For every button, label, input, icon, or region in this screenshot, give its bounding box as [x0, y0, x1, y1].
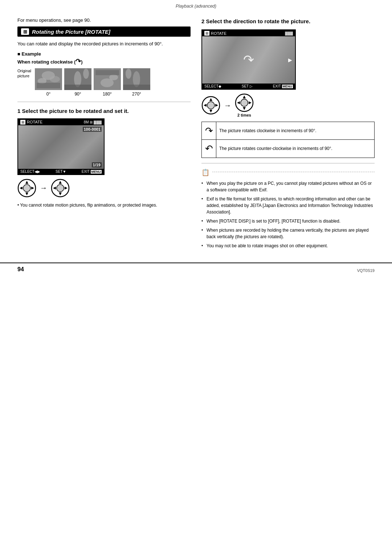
screen2-exit: EXIT	[273, 84, 281, 88]
screen2-menu: MENU	[282, 85, 293, 88]
svg-point-3	[50, 76, 60, 82]
svg-marker-37	[243, 95, 246, 98]
svg-point-7	[83, 69, 89, 79]
note-dashes	[212, 172, 375, 172]
svg-point-36	[241, 99, 248, 106]
screen1-exit-group: EXIT MENU	[82, 170, 102, 174]
list-item: When you play the picture on a PC, you c…	[201, 180, 375, 193]
direction-indicator: ▶	[288, 57, 292, 63]
list-item: You may not be able to rotate images sho…	[201, 243, 375, 249]
svg-marker-21	[20, 187, 23, 190]
model-number: VQT0S19	[357, 268, 375, 273]
svg-point-15	[126, 69, 131, 79]
note-bullet-list: When you play the picture on a PC, you c…	[201, 180, 375, 249]
dpad-4	[235, 93, 254, 112]
screen2-exit-group: EXIT MENU	[273, 84, 293, 88]
screen2-rotate-icon: ⊞	[204, 31, 209, 36]
page-footer: 94 VQT0S19	[0, 263, 392, 276]
page-header: Playback (advanced)	[0, 0, 392, 11]
rotate-overlay-arrow: ↷	[243, 52, 254, 68]
ccw-arrow: ↶	[202, 140, 216, 158]
screen2-footer: SELECT◆ SET ▷ EXIT MENU	[202, 84, 295, 89]
table-row: ↶ The picture rotates counter-clockwise …	[202, 140, 375, 158]
screen1-title: ROTATE	[27, 120, 42, 124]
times-label: 2 times	[237, 113, 251, 117]
original-label: Original picture	[17, 68, 33, 79]
rotate-info-table: ↷ The picture rotates clockwise in incre…	[201, 122, 375, 158]
svg-marker-39	[237, 101, 240, 104]
thumb-270deg	[123, 68, 150, 90]
svg-point-18	[23, 184, 30, 192]
nav-buttons-row-2: → 2 times	[201, 93, 375, 117]
pictures-row-wrapper: Original picture	[17, 68, 191, 90]
section-title: Rotating the Picture [ROTATE]	[32, 29, 110, 35]
table-row: ↷ The picture rotates clockwise in incre…	[202, 122, 375, 140]
example-subheading: When rotating clockwise (↷)	[17, 57, 191, 65]
screen1-overlay-code: 100-0001	[83, 127, 102, 132]
nav-buttons-row-1: →	[17, 179, 191, 198]
svg-marker-34	[215, 104, 218, 107]
svg-marker-31	[209, 98, 212, 101]
screen1-rotate-icon: ⊞	[20, 120, 25, 125]
screen1-icon: ⊞ ROTATE	[20, 120, 42, 125]
degrees-row: 0° 90° 180° 270°	[35, 92, 191, 97]
svg-marker-26	[59, 192, 62, 195]
svg-marker-33	[204, 104, 207, 107]
screen2-icon-group: ⊞ ROTATE	[204, 31, 226, 36]
degree-270: 270°	[123, 92, 150, 97]
svg-rect-4	[37, 83, 60, 88]
step1-heading: 1 Select the picture to be rotated and s…	[17, 107, 191, 115]
screen2-select: SELECT◆	[204, 84, 221, 88]
svg-rect-12	[95, 70, 119, 75]
example-label: Example	[17, 51, 191, 57]
step1-bullet: You cannot rotate motion pictures, flip …	[17, 202, 191, 208]
rotate-icon: ⊞	[21, 28, 29, 35]
screen2-set: SET ▷	[242, 84, 253, 88]
dpad-1	[17, 179, 36, 198]
cw-arrow: ↷	[202, 122, 216, 140]
step2-heading: 2 Select the direction to rotate the pic…	[201, 17, 375, 25]
svg-marker-32	[209, 110, 212, 113]
pictures-row	[35, 68, 150, 90]
svg-marker-20	[25, 192, 28, 195]
dpad-2	[51, 179, 70, 198]
list-item: When [ROTATE DISP.] is set to [OFF], [RO…	[201, 218, 375, 224]
divider-2	[201, 163, 375, 163]
svg-marker-38	[243, 107, 246, 110]
thumb-90deg	[64, 68, 91, 90]
screen1-exit: EXIT	[82, 170, 90, 174]
divider-1	[17, 102, 191, 102]
svg-rect-16	[123, 85, 150, 90]
page-number: 94	[17, 266, 24, 273]
svg-point-11	[109, 74, 118, 80]
svg-marker-27	[53, 187, 56, 190]
screen1-header-right: 8M ⊞ ▓▓▓	[84, 120, 102, 124]
screen1-image: 100-0001 1/19	[18, 125, 104, 169]
screen-mockup-1: ⊞ ROTATE 8M ⊞ ▓▓▓ 100-0001 1/19 SELECT◀▶…	[17, 118, 105, 175]
left-column: For menu operations, see page 90. ⊞ Rota…	[17, 17, 191, 252]
section-title-box: ⊞ Rotating the Picture [ROTATE]	[17, 27, 191, 37]
degree-0: 0°	[35, 92, 62, 97]
svg-rect-8	[64, 85, 91, 90]
svg-marker-22	[31, 187, 34, 190]
svg-marker-25	[59, 181, 62, 184]
screen2-header-right: ▓▓▓	[285, 31, 293, 35]
screen1-header: ⊞ ROTATE 8M ⊞ ▓▓▓	[18, 119, 104, 125]
list-item: Exif is the file format for still pictur…	[201, 196, 375, 215]
thumb-180deg	[94, 68, 121, 90]
svg-point-30	[207, 102, 215, 109]
intro-text: You can rotate and display the recorded …	[17, 40, 191, 48]
dpad-4-group: 2 times	[235, 93, 254, 117]
svg-marker-28	[65, 187, 68, 190]
arrow-right-2: →	[224, 101, 231, 110]
screen2-header: ⊞ ROTATE ▓▓▓	[202, 30, 295, 36]
cw-text: The picture rotates clockwise in increme…	[216, 122, 375, 140]
dpad-3	[201, 96, 220, 115]
screen1-footer: SELECT◀▶ SET▼ EXIT MENU	[18, 169, 104, 174]
screen2-title: ROTATE	[211, 31, 226, 36]
screen2-image: ↷ ▶	[202, 36, 295, 84]
right-column: 2 Select the direction to rotate the pic…	[201, 17, 375, 252]
screen1-overlay-counter: 1/19	[92, 162, 102, 167]
top-note: For menu operations, see page 90.	[17, 17, 191, 23]
degree-90: 90°	[64, 92, 91, 97]
